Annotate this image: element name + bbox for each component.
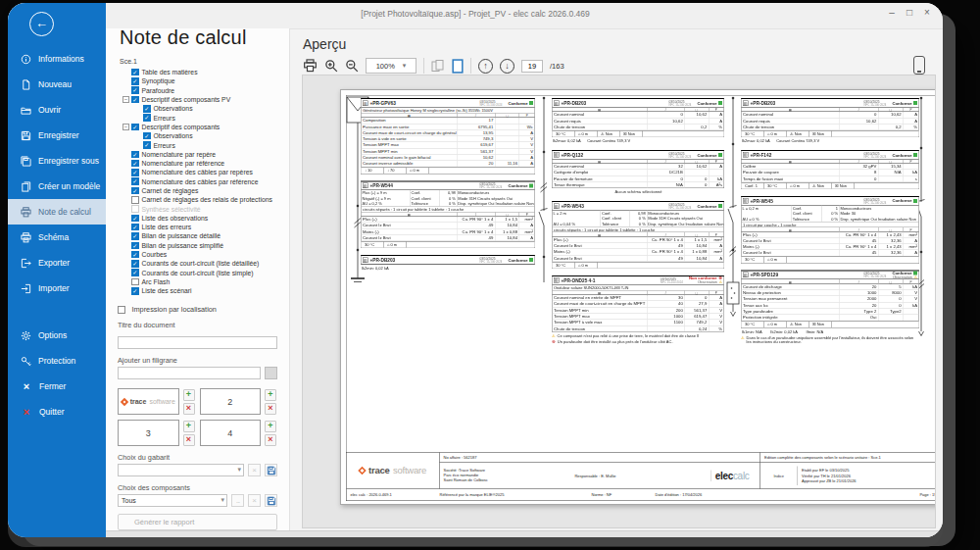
- print-by-location-checkbox[interactable]: [118, 306, 125, 314]
- tree-item-table-des-matieres[interactable]: Table des matières: [120, 68, 289, 76]
- sidebar-item-options[interactable]: Options: [8, 323, 106, 348]
- tree-item-liste-des-erreurs[interactable]: Liste des erreurs: [120, 223, 289, 231]
- tree-checkbox[interactable]: [131, 96, 139, 104]
- tree-checkbox[interactable]: [131, 86, 139, 94]
- single-page-view-icon[interactable]: [452, 59, 464, 74]
- tree-item-nomenclature-par-reference[interactable]: Nomenclature par référence: [120, 159, 289, 168]
- next-page-button[interactable]: ↓: [500, 59, 514, 74]
- remove-logo-3-button[interactable]: ×: [183, 434, 195, 446]
- generate-report-button[interactable]: Générer le rapport: [118, 514, 277, 530]
- tree-checkbox[interactable]: [131, 169, 139, 176]
- add-logo-1-button[interactable]: +: [183, 389, 195, 401]
- tree-item-carnet-de-reglages-des-relais-de-protections[interactable]: Carnet de réglages des relais de protect…: [120, 195, 289, 204]
- tree-checkbox[interactable]: [131, 269, 139, 276]
- add-logo-3-button[interactable]: +: [183, 421, 195, 432]
- tree-item-liste-des-observations[interactable]: Liste des observations: [120, 214, 289, 223]
- template-delete-button[interactable]: ×: [248, 464, 261, 476]
- tree-item-liste-des-scenari[interactable]: Liste des scénari: [120, 286, 289, 295]
- tree-item-nomenclature-par-repere[interactable]: Nomenclature par repère: [120, 150, 289, 159]
- logo-slot-3[interactable]: 3: [118, 420, 179, 446]
- add-logo-2-button[interactable]: +: [265, 389, 276, 401]
- tree-item-observations[interactable]: Observations: [120, 104, 289, 113]
- template-choice-select[interactable]: [118, 464, 244, 476]
- zoom-level-select[interactable]: 100%: [366, 58, 416, 74]
- tree-expander-icon[interactable]: [122, 96, 129, 103]
- maximize-button[interactable]: □: [902, 6, 917, 20]
- print-by-location-row[interactable]: Impression par localisation: [118, 305, 277, 314]
- two-page-view-icon[interactable]: [431, 59, 445, 74]
- tree-checkbox[interactable]: [131, 242, 139, 250]
- doc-title-input[interactable]: [118, 336, 277, 349]
- template-save-button[interactable]: [265, 464, 277, 476]
- tree-item-erreurs[interactable]: Erreurs: [120, 140, 289, 149]
- tree-expander-icon[interactable]: [122, 124, 129, 130]
- sidebar-item-informations[interactable]: Informations: [8, 46, 106, 72]
- mobile-device-icon[interactable]: [913, 56, 925, 75]
- remove-logo-1-button[interactable]: ×: [183, 403, 195, 415]
- print-icon[interactable]: [303, 59, 318, 73]
- back-button[interactable]: ←: [29, 12, 54, 36]
- components-choice-select[interactable]: Tous: [118, 494, 227, 507]
- logo-slot-1[interactable]: trace software: [118, 388, 179, 415]
- sidebar-item-quitter[interactable]: ×Quitter: [8, 399, 106, 425]
- tree-checkbox[interactable]: [131, 287, 139, 295]
- tree-checkbox[interactable]: [131, 232, 139, 240]
- tree-item-descriptif-des-composants-pv[interactable]: Descriptif des composants PV: [120, 95, 289, 104]
- sidebar-item-nouveau[interactable]: Nouveau: [8, 72, 106, 97]
- tree-item-nomenclature-des-cables-par-reperes[interactable]: Nomenclature des câbles par repères: [120, 168, 289, 176]
- tree-checkbox[interactable]: [143, 114, 151, 122]
- tree-checkbox[interactable]: [143, 105, 151, 113]
- logo-slot-4[interactable]: 4: [200, 420, 262, 446]
- tree-checkbox[interactable]: [131, 251, 139, 259]
- page-number-input[interactable]: [521, 60, 543, 73]
- tree-item-courants-de-court-circuit-liste-simple[interactable]: Courants de court-circuit (liste simple): [120, 269, 289, 277]
- add-logo-4-button[interactable]: +: [265, 421, 276, 432]
- watermark-color-button[interactable]: [265, 367, 277, 379]
- tree-item-synthese-selectivite[interactable]: Synthèse sélectivité: [120, 204, 289, 213]
- sidebar-item-schema[interactable]: Schéma: [8, 225, 106, 250]
- tree-item-erreurs[interactable]: Erreurs: [120, 113, 289, 122]
- tree-item-nomenclature-des-cables-par-reference[interactable]: Nomenclature des câbles par référence: [120, 177, 289, 186]
- tree-checkbox[interactable]: [131, 177, 139, 185]
- tree-checkbox[interactable]: [131, 278, 139, 286]
- tree-checkbox[interactable]: [131, 205, 139, 213]
- previous-page-button[interactable]: ↑: [478, 59, 493, 74]
- sidebar-item-creer-un-modele[interactable]: Créer un modèle: [8, 174, 106, 199]
- tree-checkbox[interactable]: [131, 196, 139, 204]
- tree-checkbox[interactable]: [131, 124, 139, 131]
- sidebar-item-exporter[interactable]: Exporter: [8, 250, 106, 275]
- tree-item-synoptique[interactable]: Synoptique: [120, 76, 289, 85]
- sidebar-item-importer[interactable]: Importer: [8, 275, 106, 301]
- sidebar-item-enregistrer-sous[interactable]: Enregistrer sous: [8, 148, 106, 174]
- sidebar-item-protection[interactable]: Protection: [8, 348, 106, 374]
- components-delete-button[interactable]: ×: [248, 494, 261, 507]
- tree-item-descriptif-des-composants[interactable]: Descriptif des composants: [120, 123, 289, 131]
- sidebar-item-enregistrer[interactable]: Enregistrer: [8, 123, 106, 148]
- tree-checkbox[interactable]: [131, 224, 139, 231]
- zoom-in-icon[interactable]: [324, 59, 338, 73]
- tree-item-observations[interactable]: Observations: [120, 131, 289, 140]
- tree-checkbox[interactable]: [131, 187, 139, 195]
- remove-logo-4-button[interactable]: ×: [265, 434, 276, 446]
- zoom-out-icon[interactable]: [345, 59, 359, 73]
- tree-item-carnet-de-reglages[interactable]: Carnet de réglages: [120, 186, 289, 195]
- tree-item-arc-flash[interactable]: Arc Flash: [120, 277, 289, 286]
- tree-item-parafoudre[interactable]: Parafoudre: [120, 86, 289, 95]
- tree-item-courants-de-court-circuit-liste-detaillee[interactable]: Courants de court-circuit (liste détaill…: [120, 259, 289, 268]
- tree-checkbox[interactable]: [143, 132, 151, 140]
- tree-item-bilan-de-puissance-simplifie[interactable]: Bilan de puissance simplifié: [120, 241, 289, 250]
- minimize-button[interactable]: –: [884, 6, 900, 20]
- sidebar-item-ouvrir[interactable]: Ouvrir: [8, 97, 106, 123]
- close-button[interactable]: ×: [919, 6, 935, 20]
- remove-logo-2-button[interactable]: ×: [265, 403, 276, 415]
- tree-checkbox[interactable]: [131, 69, 139, 76]
- tree-checkbox[interactable]: [131, 260, 139, 268]
- components-browse-button[interactable]: ...: [231, 494, 244, 507]
- sidebar-item-note-de-calcul[interactable]: Note de calcul: [8, 199, 106, 225]
- components-save-button[interactable]: [265, 494, 277, 507]
- tree-checkbox[interactable]: [131, 215, 139, 223]
- tree-checkbox[interactable]: [143, 141, 151, 149]
- tree-checkbox[interactable]: [131, 77, 139, 85]
- sidebar-item-fermer[interactable]: ×Fermer: [8, 374, 106, 399]
- watermark-input[interactable]: [118, 367, 261, 379]
